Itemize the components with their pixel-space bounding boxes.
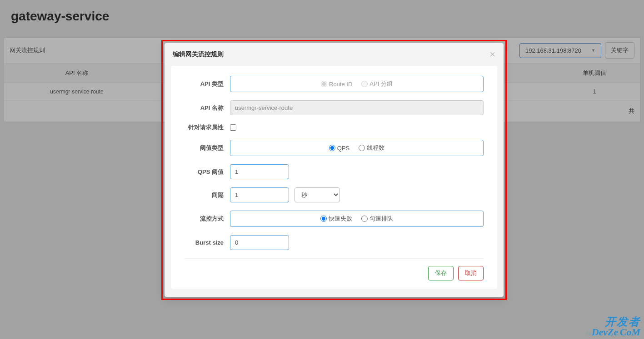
label-burst-size: Burst size	[185, 239, 230, 246]
radio-fast-fail-input[interactable]	[320, 216, 327, 222]
cancel-button[interactable]: 取消	[458, 266, 484, 280]
label-interval: 间隔	[185, 191, 230, 199]
radio-route-id-label: Route ID	[329, 81, 352, 88]
qps-threshold-input[interactable]	[230, 164, 289, 179]
radio-threads-input[interactable]	[359, 145, 365, 151]
radio-qps-input[interactable]	[329, 145, 335, 151]
request-attr-checkbox[interactable]	[230, 124, 236, 131]
modal-title: 编辑网关流控规则	[173, 50, 224, 59]
api-type-radio-group: Route ID API 分组	[230, 76, 484, 92]
watermark-line2: csDevZe.CoM	[586, 327, 640, 337]
radio-api-group-input[interactable]	[361, 81, 368, 87]
radio-route-id[interactable]: Route ID	[321, 81, 352, 88]
label-request-attr: 针对请求属性	[185, 123, 230, 132]
close-icon[interactable]: ×	[489, 49, 495, 59]
save-button[interactable]: 保存	[428, 266, 454, 280]
label-threshold-type: 阈值类型	[185, 144, 230, 152]
edit-rule-modal: 编辑网关流控规则 × API 类型 Route ID API 分组	[165, 43, 504, 297]
label-qps-threshold: QPS 阈值	[185, 168, 230, 176]
radio-api-group-label: API 分组	[369, 80, 393, 88]
label-api-type: API 类型	[185, 80, 230, 88]
radio-queue-input[interactable]	[361, 216, 368, 222]
label-control-mode: 流控方式	[185, 215, 230, 223]
radio-qps[interactable]: QPS	[329, 145, 349, 152]
watermark: 开发者 csDevZe.CoM	[586, 316, 640, 337]
radio-fast-fail[interactable]: 快速失败	[320, 215, 352, 223]
interval-input[interactable]	[230, 187, 289, 202]
interval-unit-select[interactable]: 秒	[295, 187, 340, 202]
burst-size-input[interactable]	[230, 235, 289, 250]
threshold-type-radio-group: QPS 线程数	[230, 140, 484, 156]
radio-threads[interactable]: 线程数	[359, 144, 384, 152]
control-mode-radio-group: 快速失败 匀速排队	[230, 211, 484, 227]
modal-highlight-border: 编辑网关流控规则 × API 类型 Route ID API 分组	[161, 40, 507, 300]
radio-queue-label: 匀速排队	[369, 215, 393, 223]
radio-queue[interactable]: 匀速排队	[361, 215, 393, 223]
radio-fast-fail-label: 快速失败	[329, 215, 352, 223]
radio-threads-label: 线程数	[367, 144, 384, 152]
api-name-input	[230, 100, 484, 115]
radio-api-group[interactable]: API 分组	[361, 80, 393, 88]
radio-qps-label: QPS	[337, 145, 349, 152]
watermark-line1: 开发者	[586, 316, 640, 327]
label-api-name: API 名称	[185, 104, 230, 112]
radio-route-id-input[interactable]	[321, 81, 327, 87]
